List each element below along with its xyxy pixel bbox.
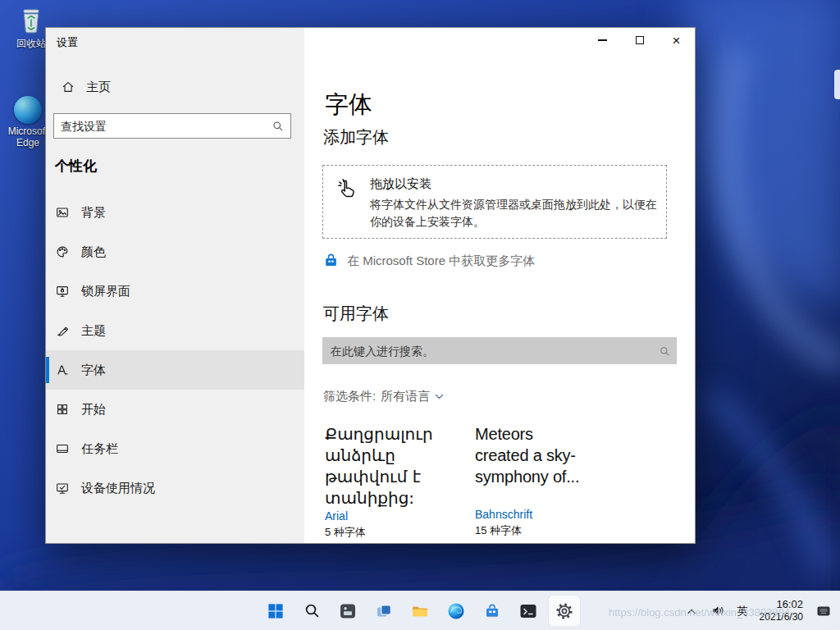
window-title: 设置 — [57, 35, 78, 50]
maximize-icon — [636, 36, 644, 44]
dropzone-title: 拖放以安装 — [370, 176, 431, 192]
minimize-icon — [598, 39, 607, 40]
settings-search-input[interactable] — [54, 120, 272, 133]
font-name-link[interactable]: Bahnschrift — [475, 507, 628, 522]
start-grid-icon — [55, 402, 70, 417]
sidebar-item-lock-screen[interactable]: 锁屏界面 — [46, 272, 304, 311]
palette-icon — [55, 244, 70, 259]
sidebar-item-label: 主页 — [86, 80, 111, 95]
font-card-list: Քաղցրալուր անձրևը թափվում է տանիքից: Ari… — [325, 423, 628, 538]
font-face-count: 15 种字体 — [475, 523, 628, 538]
available-fonts-heading: 可用字体 — [323, 303, 389, 325]
desktop-icon-edge[interactable]: Microsoft Edge — [5, 96, 51, 148]
task-view-icon — [374, 601, 394, 621]
tray-time: 16:02 — [760, 598, 803, 611]
terminal-button[interactable] — [512, 595, 545, 628]
page-title: 字体 — [325, 89, 372, 121]
clock[interactable]: 16:02 2021/6/30 — [756, 598, 806, 623]
font-search-box — [322, 337, 677, 364]
close-button[interactable]: × — [658, 28, 695, 52]
tray-date: 2021/6/30 — [760, 611, 803, 623]
settings-button[interactable] — [548, 595, 581, 628]
pinned-app-button[interactable] — [331, 595, 364, 628]
settings-content: × 字体 添加字体 拖放以安装 将字体文件从文件资源管理器或桌面拖放到此处，以便… — [304, 28, 695, 543]
search-icon[interactable] — [272, 120, 284, 132]
font-preview-text: Քաղցրալուր անձրևը թափվում է տանիքից: — [325, 423, 454, 509]
terminal-icon — [518, 601, 538, 621]
pinned-app-icon — [338, 601, 358, 621]
dropzone-description: 将字体文件从文件资源管理器或桌面拖放到此处，以便在你的设备上安装字体。 — [370, 196, 657, 231]
speaker-icon — [710, 603, 726, 619]
file-explorer-icon — [410, 601, 430, 621]
sidebar-item-label: 背景 — [81, 205, 106, 221]
sidebar-item-start[interactable]: 开始 — [46, 390, 304, 429]
screen: 回收站 Microsoft Edge 设置 主页 — [0, 0, 840, 630]
sidebar-item-label: 颜色 — [81, 244, 106, 260]
sidebar-item-label: 设备使用情况 — [81, 481, 155, 496]
language-filter-dropdown[interactable]: 所有语言 — [381, 389, 444, 404]
maximize-button[interactable] — [621, 28, 658, 52]
font-face-count: 5 种字体 — [325, 525, 454, 540]
start-button[interactable] — [259, 595, 292, 628]
fonts-icon — [55, 363, 70, 377]
tray-app-button[interactable] — [812, 600, 835, 623]
taskbar-search-button[interactable] — [295, 595, 328, 628]
brush-icon — [55, 323, 70, 338]
font-name-link[interactable]: Arial — [325, 509, 454, 523]
chevron-up-icon — [685, 605, 698, 618]
font-dropzone[interactable]: 拖放以安装 将字体文件从文件资源管理器或桌面拖放到此处，以便在你的设备上安装字体… — [322, 165, 667, 239]
sidebar-item-label: 主题 — [81, 323, 106, 339]
home-icon — [61, 80, 75, 94]
font-card-bahnschrift[interactable]: Meteors created a sky- symphony of... Ba… — [475, 423, 628, 538]
window-caption-buttons: × — [584, 28, 695, 52]
volume-button[interactable] — [707, 600, 729, 622]
filter-label: 筛选条件: — [323, 389, 376, 404]
get-more-fonts-link[interactable]: 在 Microsoft Store 中获取更多字体 — [322, 251, 535, 272]
sidebar-item-label: 锁屏界面 — [81, 284, 130, 299]
settings-window: 设置 主页 个性化 — [45, 27, 696, 544]
desktop-icon-label: Microsoft Edge — [5, 126, 51, 148]
add-fonts-heading: 添加字体 — [323, 126, 389, 148]
search-icon — [303, 601, 322, 620]
system-tray: 英 16:02 2021/6/30 — [682, 591, 835, 630]
sidebar-item-background[interactable]: 背景 — [46, 193, 304, 232]
drag-hand-icon — [335, 176, 359, 204]
settings-gear-icon — [555, 601, 574, 621]
sidebar-item-label: 字体 — [81, 363, 106, 378]
input-language-indicator[interactable]: 英 — [735, 600, 751, 622]
store-button[interactable] — [476, 595, 509, 628]
font-card-arial[interactable]: Քաղցրալուր անձրևը թափվում է տանիքից: Ari… — [325, 423, 454, 538]
picture-icon — [55, 205, 70, 220]
sidebar-item-device-usage[interactable]: 设备使用情况 — [46, 468, 304, 508]
chevron-down-icon — [435, 394, 444, 400]
close-icon: × — [673, 34, 681, 48]
sidebar-item-taskbar[interactable]: 任务栏 — [46, 429, 304, 468]
sidebar-section-title: 个性化 — [55, 157, 97, 176]
tray-overflow-button[interactable] — [682, 601, 701, 621]
lock-screen-icon — [55, 284, 70, 299]
sidebar-nav: 背景 颜色 — [46, 193, 304, 508]
sidebar-item-fonts[interactable]: 字体 — [46, 350, 304, 390]
file-explorer-button[interactable] — [404, 595, 436, 628]
sidebar-item-themes[interactable]: 主题 — [46, 311, 304, 350]
screen-edge-marker — [834, 70, 840, 99]
font-search-input[interactable] — [322, 345, 659, 358]
filter-value: 所有语言 — [381, 389, 430, 404]
sidebar-item-label: 开始 — [81, 402, 106, 418]
search-icon — [659, 345, 670, 357]
minimize-button[interactable] — [584, 28, 621, 52]
sidebar-item-label: 任务栏 — [81, 441, 118, 457]
tray-app-icon — [815, 603, 832, 619]
taskbar-icon — [55, 441, 70, 456]
edge-icon — [5, 96, 51, 124]
sidebar-item-colors[interactable]: 颜色 — [46, 232, 304, 272]
edge-button[interactable] — [440, 595, 472, 628]
edge-icon — [446, 601, 466, 621]
settings-sidebar: 设置 主页 个性化 — [46, 28, 304, 543]
sidebar-item-home[interactable]: 主页 — [52, 71, 297, 103]
font-filter-row: 筛选条件: 所有语言 — [323, 389, 444, 404]
microsoft-store-icon — [322, 251, 340, 272]
taskbar-center-icons — [259, 591, 581, 630]
task-view-button[interactable] — [368, 595, 400, 628]
start-icon — [266, 601, 285, 621]
